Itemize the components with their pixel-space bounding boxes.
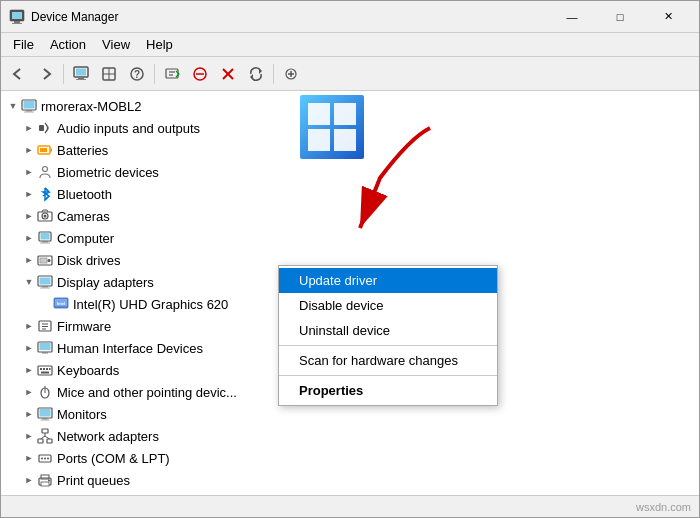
minimize-button[interactable]: — xyxy=(549,5,595,29)
svg-rect-58 xyxy=(38,366,52,375)
svg-rect-32 xyxy=(50,149,52,152)
audio-label: Audio inputs and outputs xyxy=(57,121,200,136)
root-label: rmorerax-MOBL2 xyxy=(41,99,141,114)
svg-rect-56 xyxy=(40,343,51,350)
computer2-icon xyxy=(37,230,53,246)
add-legacy-btn[interactable] xyxy=(278,61,304,87)
hid-toggle[interactable]: ► xyxy=(21,340,37,356)
intel-label: Intel(R) UHD Graphics 620 xyxy=(73,297,228,312)
keyboards-label: Keyboards xyxy=(57,363,119,378)
svg-rect-59 xyxy=(40,368,42,370)
svg-text:?: ? xyxy=(134,69,140,80)
ctx-disable-device[interactable]: Disable device xyxy=(279,293,497,318)
svg-rect-31 xyxy=(40,148,47,152)
computer-icon-btn[interactable] xyxy=(68,61,94,87)
battery-icon xyxy=(37,142,53,158)
bluetooth-toggle[interactable]: ► xyxy=(21,186,37,202)
biometric-icon xyxy=(37,164,53,180)
menu-help[interactable]: Help xyxy=(138,35,181,54)
svg-rect-42 xyxy=(40,258,47,263)
firmware-toggle[interactable]: ► xyxy=(21,318,37,334)
ctx-uninstall-device[interactable]: Uninstall device xyxy=(279,318,497,343)
tree-item-print[interactable]: ► Print queues xyxy=(1,469,699,491)
svg-rect-7 xyxy=(76,79,86,80)
toolbar: ? xyxy=(1,57,699,91)
disk-icon xyxy=(37,252,53,268)
display-icon xyxy=(37,274,53,290)
svg-rect-46 xyxy=(42,286,48,288)
toolbar-sep-2 xyxy=(154,64,155,84)
print-label: Print queues xyxy=(57,473,130,488)
computer-toggle[interactable]: ► xyxy=(21,230,37,246)
forward-button[interactable] xyxy=(33,61,59,87)
svg-rect-38 xyxy=(41,233,50,240)
network-toggle[interactable]: ► xyxy=(21,428,37,444)
window-controls: — □ ✕ xyxy=(549,5,691,29)
back-button[interactable] xyxy=(5,61,31,87)
tree-item-ports[interactable]: ► Ports (COM & LPT) xyxy=(1,447,699,469)
svg-point-79 xyxy=(44,458,46,460)
batteries-label: Batteries xyxy=(57,143,108,158)
tree-item-computer[interactable]: ► Computer xyxy=(1,227,699,249)
audio-toggle[interactable]: ► xyxy=(21,120,37,136)
watermark: wsxdn.com xyxy=(636,501,691,513)
svg-rect-5 xyxy=(76,68,86,75)
help-icon-btn[interactable]: ? xyxy=(124,61,150,87)
ctx-properties[interactable]: Properties xyxy=(279,378,497,403)
tree-item-cameras[interactable]: ► Cameras xyxy=(1,205,699,227)
display-toggle[interactable]: ▼ xyxy=(21,274,37,290)
computer-icon xyxy=(21,98,37,114)
maximize-button[interactable]: □ xyxy=(597,5,643,29)
menu-file[interactable]: File xyxy=(5,35,42,54)
refresh-icon-btn[interactable] xyxy=(243,61,269,87)
ctx-sep-1 xyxy=(279,345,497,346)
svg-rect-61 xyxy=(46,368,48,370)
mice-toggle[interactable]: ► xyxy=(21,384,37,400)
tree-item-audio[interactable]: ► Audio inputs and outputs xyxy=(1,117,699,139)
delete-icon-btn[interactable] xyxy=(215,61,241,87)
bluetooth-icon xyxy=(37,186,53,202)
svg-rect-60 xyxy=(43,368,45,370)
scan-icon-btn[interactable] xyxy=(96,61,122,87)
svg-rect-73 xyxy=(47,439,52,443)
print-toggle[interactable]: ► xyxy=(21,472,37,488)
computer-label: Computer xyxy=(57,231,114,246)
firmware-icon xyxy=(37,318,53,334)
svg-rect-29 xyxy=(39,125,44,131)
ports-toggle[interactable]: ► xyxy=(21,450,37,466)
update-driver-icon-btn[interactable] xyxy=(159,61,185,87)
ctx-scan-changes[interactable]: Scan for hardware changes xyxy=(279,348,497,373)
tree-item-monitors[interactable]: ► Monitors xyxy=(1,403,699,425)
status-bar: wsxdn.com xyxy=(1,495,699,517)
print-icon xyxy=(37,472,53,488)
ctx-update-driver[interactable]: Update driver xyxy=(279,268,497,293)
biometric-toggle[interactable]: ► xyxy=(21,164,37,180)
disable-icon-btn[interactable] xyxy=(187,61,213,87)
ctx-sep-2 xyxy=(279,375,497,376)
cameras-toggle[interactable]: ► xyxy=(21,208,37,224)
keyboards-toggle[interactable]: ► xyxy=(21,362,37,378)
menu-view[interactable]: View xyxy=(94,35,138,54)
monitors-toggle[interactable]: ► xyxy=(21,406,37,422)
tree-item-bluetooth[interactable]: ► Bluetooth xyxy=(1,183,699,205)
disk-toggle[interactable]: ► xyxy=(21,252,37,268)
tree-item-batteries[interactable]: ► Batteries xyxy=(1,139,699,161)
svg-rect-1 xyxy=(12,12,22,19)
menu-action[interactable]: Action xyxy=(42,35,94,54)
mice-icon xyxy=(37,384,53,400)
batteries-toggle[interactable]: ► xyxy=(21,142,37,158)
svg-rect-40 xyxy=(40,243,50,244)
root-toggle[interactable]: ▼ xyxy=(5,98,21,114)
tree-root[interactable]: ▼ rmorerax-MOBL2 xyxy=(1,95,699,117)
mice-label: Mice and other pointing devic... xyxy=(57,385,237,400)
svg-point-43 xyxy=(48,259,51,262)
svg-rect-70 xyxy=(41,420,50,421)
svg-point-84 xyxy=(48,480,50,482)
svg-rect-57 xyxy=(42,352,48,354)
svg-rect-2 xyxy=(14,21,20,23)
keyboard-icon xyxy=(37,362,53,378)
tree-item-biometric[interactable]: ► Biometric devices xyxy=(1,161,699,183)
title-bar-icon xyxy=(9,9,25,25)
tree-item-network[interactable]: ► Network adapters xyxy=(1,425,699,447)
close-button[interactable]: ✕ xyxy=(645,5,691,29)
